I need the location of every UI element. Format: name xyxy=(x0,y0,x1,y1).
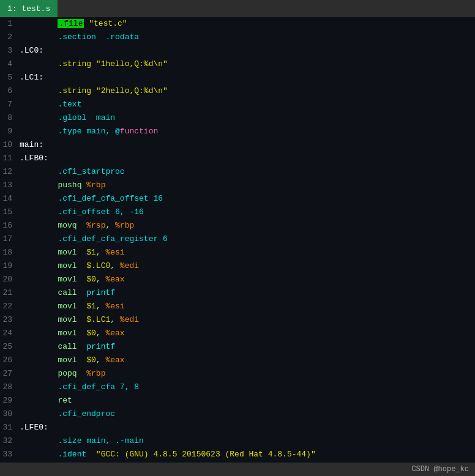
token: , xyxy=(96,248,106,257)
token: call xyxy=(20,288,81,297)
code-line: 3.LC0: xyxy=(0,44,475,58)
token: function xyxy=(120,127,158,136)
line-content: .LFB0: xyxy=(17,152,475,165)
line-content: .cfi_def_cfa_register 6 xyxy=(17,232,475,246)
line-number: 4 xyxy=(0,58,17,71)
code-line: 32 .size main, .-main xyxy=(0,434,475,448)
code-line: 6 .string "2hello,Q:%d\n" xyxy=(0,84,475,98)
token: $1 xyxy=(86,302,96,311)
line-number: 10 xyxy=(0,138,17,152)
line-number: 5 xyxy=(0,71,17,84)
line-content: .text xyxy=(17,98,475,111)
token: %edi xyxy=(120,315,139,324)
token: movl xyxy=(20,248,86,257)
token: movl xyxy=(20,261,86,270)
code-line: 25 call printf xyxy=(0,340,475,354)
code-line: 29 ret xyxy=(0,394,475,407)
code-line: 16 movq %rsp, %rbp xyxy=(0,219,475,232)
token: .cfi_endproc xyxy=(20,409,115,418)
line-number: 26 xyxy=(0,354,17,367)
token: , xyxy=(96,302,106,311)
line-content: popq %rbp xyxy=(17,367,475,381)
active-tab[interactable]: 1: test.s xyxy=(0,0,58,17)
code-line: 1 .file "test.c" xyxy=(0,17,475,31)
code-line: 26 movl $0, %eax xyxy=(0,354,475,367)
line-content: .LC0: xyxy=(17,44,475,58)
line-number: 11 xyxy=(0,152,17,165)
line-number: 7 xyxy=(0,98,17,111)
line-number: 9 xyxy=(0,125,17,138)
line-content: .ident "GCC: (GNU) 4.8.5 20150623 (Red H… xyxy=(17,448,475,461)
token: $0 xyxy=(86,275,96,284)
token: , xyxy=(110,315,120,324)
code-line: 9 .type main, @function xyxy=(0,125,475,138)
token: ret xyxy=(20,396,72,405)
token: $0 xyxy=(86,329,96,338)
line-content: movl $1, %esi xyxy=(17,246,475,259)
line-content: movl $0, %eax xyxy=(17,327,475,340)
code-line: 19 movl $.LC0, %edi xyxy=(0,259,475,273)
code-container: 1 .file "test.c"2 .section .rodata3.LC0:… xyxy=(0,17,475,463)
token: %rbp xyxy=(115,221,134,230)
line-content: movl $.LC0, %edi xyxy=(17,259,475,273)
line-number: 19 xyxy=(0,259,17,273)
token: $.LC1 xyxy=(86,315,110,324)
token: , xyxy=(96,275,106,284)
line-number: 33 xyxy=(0,448,17,461)
token: .string "2hello,Q:%d\n" xyxy=(20,86,168,95)
line-content: .cfi_startproc xyxy=(17,165,475,179)
code-line: 14 .cfi_def_cfa_offset 16 xyxy=(0,192,475,206)
code-line: 2 .section .rodata xyxy=(0,31,475,44)
code-line: 4 .string "1hello,Q:%d\n" xyxy=(0,58,475,71)
line-content: call printf xyxy=(17,340,475,354)
token: movl xyxy=(20,275,86,284)
token: .cfi_def_cfa_offset 16 xyxy=(20,194,163,203)
code-line: 15 .cfi_offset 6, -16 xyxy=(0,206,475,219)
code-line: 21 call printf xyxy=(0,286,475,300)
line-number: 17 xyxy=(0,232,17,246)
line-number: 14 xyxy=(0,192,17,206)
token: .cfi_startproc xyxy=(20,167,125,176)
line-content: .cfi_def_cfa_offset 16 xyxy=(17,192,475,206)
token: , xyxy=(110,261,120,270)
line-content: pushq %rbp xyxy=(17,179,475,192)
tab-bar: 1: test.s xyxy=(0,0,475,17)
line-number: 23 xyxy=(0,313,17,327)
code-line: 8 .globl main xyxy=(0,111,475,125)
line-number: 12 xyxy=(0,165,17,179)
code-line: 33 .ident "GCC: (GNU) 4.8.5 20150623 (Re… xyxy=(0,448,475,461)
line-number: 25 xyxy=(0,340,17,354)
token: , xyxy=(96,355,106,365)
token: , xyxy=(105,221,115,230)
token: %eax xyxy=(105,275,124,284)
token: %rbp xyxy=(86,180,105,190)
line-content: .size main, .-main xyxy=(17,434,475,448)
token: movq xyxy=(20,221,86,230)
token: .ident xyxy=(20,450,96,459)
code-line: 12 .cfi_startproc xyxy=(0,165,475,179)
line-number: 8 xyxy=(0,111,17,125)
line-number: 18 xyxy=(0,246,17,259)
token: printf xyxy=(81,342,115,351)
line-number: 31 xyxy=(0,421,17,434)
line-number: 27 xyxy=(0,367,17,381)
token: "GCC: (GNU) 4.8.5 20150623 (Red Hat 4.8.… xyxy=(96,450,316,459)
line-content: .file "test.c" xyxy=(17,17,475,31)
token: movl xyxy=(20,355,86,365)
line-number: 20 xyxy=(0,273,17,286)
code-line: 11.LFB0: xyxy=(0,152,475,165)
line-content: .cfi_offset 6, -16 xyxy=(17,206,475,219)
code-line: 17 .cfi_def_cfa_register 6 xyxy=(0,232,475,246)
token: %rsp xyxy=(86,221,105,230)
line-number: 2 xyxy=(0,31,17,44)
line-content: movl $0, %eax xyxy=(17,273,475,286)
token: movl xyxy=(20,315,86,324)
token: .string "1hello,Q:%d\n" xyxy=(20,59,168,69)
token: .LC0: xyxy=(20,46,43,55)
token: .LFB0: xyxy=(20,154,48,163)
line-content: movl $1, %esi xyxy=(17,300,475,313)
line-number: 28 xyxy=(0,381,17,394)
token: , xyxy=(96,329,106,338)
line-number: 30 xyxy=(0,407,17,421)
code-line: 20 movl $0, %eax xyxy=(0,273,475,286)
